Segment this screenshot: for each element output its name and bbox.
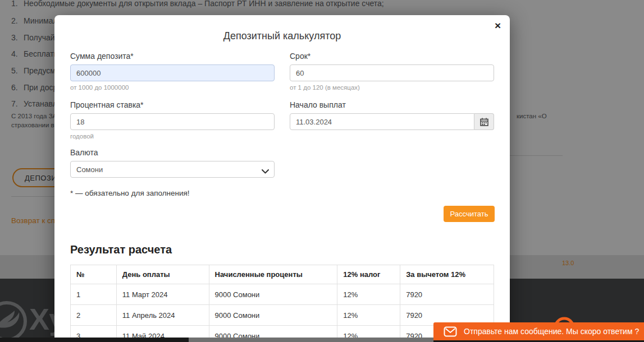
scrollbar-thumb[interactable] (189, 338, 433, 342)
table-header-row: № День оплаты Начисленные проценты 12% н… (71, 265, 494, 284)
table-row: 2 11 Апрель 2024 9000 Сомони 12% 7920 (71, 305, 494, 326)
col-header: Начисленные проценты (209, 265, 337, 284)
currency-field-group: Валюта Сомони (70, 148, 275, 178)
amount-field-group: Сумма депозита* от 1000 до 1000000 (70, 52, 275, 91)
rate-field-group: Процентная ставка* годовой (70, 100, 275, 140)
start-date-input[interactable] (290, 113, 474, 130)
cell: 11 Март 2024 (116, 284, 209, 305)
cell: 12% (337, 284, 400, 305)
table-row: 1 11 Март 2024 9000 Сомони 12% 7920 (71, 284, 494, 305)
col-header: 12% налог (337, 265, 400, 284)
envelope-icon (444, 326, 457, 337)
results-heading: Результат расчета (70, 243, 172, 256)
amount-label: Сумма депозита* (70, 52, 275, 61)
cell: 2 (71, 305, 117, 326)
start-date-field-group: Начало выплат (290, 100, 494, 130)
rate-input[interactable] (70, 113, 275, 130)
cell: 9000 Сомони (209, 305, 337, 326)
rate-hint: годовой (70, 133, 275, 140)
modal-title: Депозитный калькулятор (54, 30, 510, 42)
cell: 11 Апрель 2024 (116, 305, 209, 326)
term-field-group: Срок* от 1 до 120 (в месяцах) (290, 52, 494, 91)
col-header: День оплаты (116, 265, 209, 284)
datepicker-button[interactable] (474, 113, 494, 130)
col-header: № (71, 265, 117, 284)
amount-hint: от 1000 до 1000000 (70, 84, 275, 91)
calculate-button[interactable]: Рассчитать (444, 206, 495, 222)
currency-select[interactable]: Сомони (70, 161, 275, 178)
rate-label: Процентная ставка* (70, 100, 275, 109)
calendar-icon (480, 118, 488, 126)
term-label: Срок* (290, 52, 494, 61)
chat-message: Отправьте нам сообщение. Мы скоро ответи… (464, 327, 639, 336)
cell: 7920 (400, 284, 494, 305)
cell: 12% (337, 305, 400, 326)
start-date-label: Начало выплат (290, 100, 494, 109)
chat-banner[interactable]: Отправьте нам сообщение. Мы скоро ответи… (433, 322, 644, 340)
currency-label: Валюта (70, 148, 275, 157)
col-header: За вычетом 12% (400, 265, 494, 284)
term-input[interactable] (290, 64, 494, 81)
cell: 1 (71, 284, 117, 305)
screen: 1. Необходимые документы для открытия вк… (0, 0, 644, 342)
results-table: № День оплаты Начисленные проценты 12% н… (70, 265, 494, 342)
required-note: * — обязательно для заполнения! (70, 189, 190, 197)
amount-input[interactable] (70, 64, 275, 81)
close-icon[interactable]: × (495, 20, 501, 31)
term-hint: от 1 до 120 (в месяцах) (290, 84, 494, 91)
cell: 9000 Сомони (209, 284, 337, 305)
deposit-calculator-modal: × Депозитный калькулятор Сумма депозита*… (54, 15, 510, 342)
